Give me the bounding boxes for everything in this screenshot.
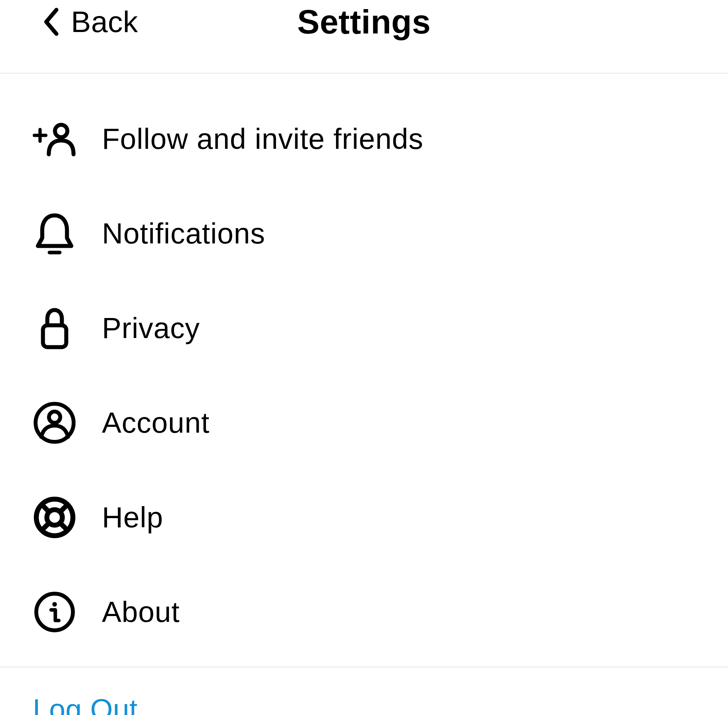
svg-point-14 bbox=[53, 602, 57, 606]
svg-point-6 bbox=[49, 412, 60, 423]
menu-item-label: Notifications bbox=[102, 217, 265, 250]
back-label: Back bbox=[71, 5, 138, 39]
chevron-left-icon bbox=[42, 7, 60, 36]
menu-item-label: Follow and invite friends bbox=[102, 122, 423, 156]
menu-item-label: Privacy bbox=[102, 311, 200, 345]
bell-icon bbox=[33, 212, 76, 255]
svg-line-11 bbox=[41, 523, 49, 530]
menu-item-label: Account bbox=[102, 406, 210, 439]
menu-item-help[interactable]: Help bbox=[33, 470, 728, 565]
header: Back Settings bbox=[0, 0, 728, 74]
settings-menu: Follow and invite friends Notifications bbox=[0, 74, 728, 667]
svg-line-10 bbox=[60, 504, 67, 511]
lifebuoy-icon bbox=[33, 496, 76, 539]
menu-item-label: Help bbox=[102, 501, 163, 534]
menu-item-follow-invite[interactable]: Follow and invite friends bbox=[33, 92, 728, 186]
user-circle-icon bbox=[33, 401, 76, 445]
info-icon bbox=[33, 590, 76, 634]
menu-item-account[interactable]: Account bbox=[33, 376, 728, 470]
lock-icon bbox=[33, 306, 76, 350]
menu-item-notifications[interactable]: Notifications bbox=[33, 186, 728, 281]
back-button[interactable]: Back bbox=[42, 0, 138, 44]
logout-button[interactable]: Log Out bbox=[33, 693, 137, 715]
menu-item-label: About bbox=[102, 595, 180, 629]
page-title: Settings bbox=[298, 0, 431, 44]
svg-rect-4 bbox=[43, 325, 66, 347]
svg-point-8 bbox=[47, 510, 63, 525]
menu-item-about[interactable]: About bbox=[33, 565, 728, 659]
user-plus-icon bbox=[33, 117, 76, 161]
menu-item-privacy[interactable]: Privacy bbox=[33, 281, 728, 376]
svg-point-2 bbox=[55, 125, 67, 137]
svg-line-12 bbox=[60, 523, 67, 530]
footer: Log Out bbox=[0, 667, 728, 715]
svg-line-9 bbox=[41, 504, 49, 511]
